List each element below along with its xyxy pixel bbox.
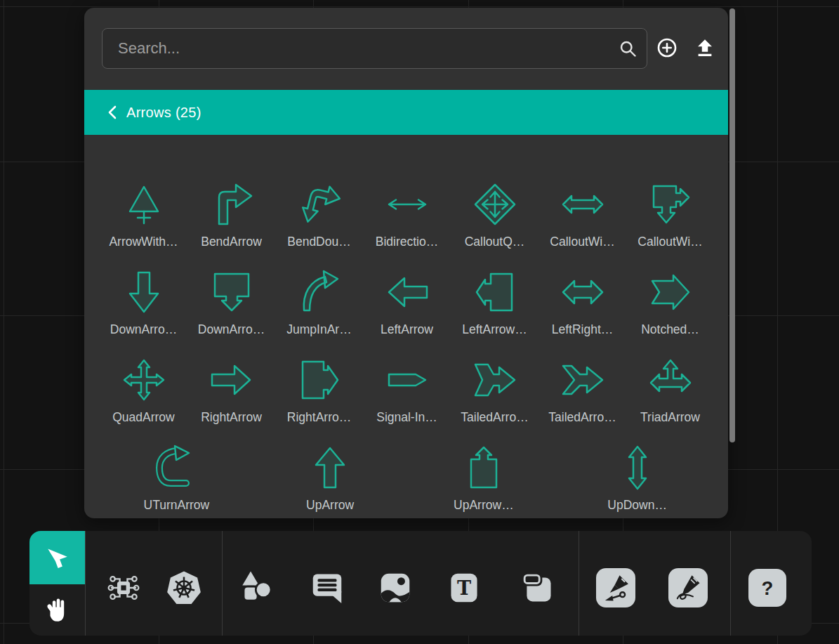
chevron-left-icon — [107, 105, 118, 120]
help-button[interactable]: ? — [748, 569, 786, 607]
shape-library-panel: Arrows (25) ArrowWith… BendArrow BendDou… — [84, 8, 728, 518]
shape-item-left-arrow[interactable]: LeftArrow — [363, 257, 451, 345]
shapes-tool-button[interactable] — [237, 567, 278, 608]
shape-item-right-callout[interactable]: RightArro… — [275, 345, 363, 433]
right-arrow-callout-icon — [297, 357, 342, 402]
pencil-scribble-icon — [673, 572, 703, 603]
svg-text:T: T — [457, 577, 471, 599]
toolbar: T ? — [29, 531, 812, 636]
sketch-pencil-tool-button[interactable] — [668, 568, 708, 607]
up-arrow-icon — [308, 445, 352, 490]
network-nodes-icon — [103, 567, 144, 608]
shape-item-down-arrow[interactable]: DownArro… — [100, 257, 187, 345]
shape-item-right-arrow[interactable]: RightArrow — [187, 345, 275, 433]
notched-right-arrow-icon — [648, 270, 693, 315]
shape-item-left-callout[interactable]: LeftArrow… — [451, 257, 539, 345]
shape-item-jump-in[interactable]: JumpInAr… — [275, 257, 363, 345]
shape-item-tailed-arrow[interactable]: TailedArro… — [451, 345, 539, 433]
shape-item-up-arrow[interactable]: UpArrow — [253, 433, 407, 518]
toolbar-divider — [579, 531, 579, 636]
tailed-arrow-chevron-icon — [560, 357, 605, 402]
down-arrow-icon — [121, 270, 166, 315]
bend-arrow-icon — [209, 182, 254, 227]
shape-item-tailed-chevron[interactable]: TailedArro… — [539, 345, 626, 433]
callout-down-arrow-icon — [648, 182, 693, 227]
text-tool-button[interactable]: T — [445, 569, 483, 607]
shape-item-notched[interactable]: Notched… — [626, 257, 714, 345]
shape-item-down-callout[interactable]: DownArro… — [187, 257, 275, 345]
select-tool-button[interactable] — [29, 531, 85, 584]
shape-item-updown[interactable]: UpDown… — [560, 433, 714, 518]
network-tool-button[interactable] — [103, 567, 144, 608]
category-header[interactable]: Arrows (25) — [84, 90, 728, 135]
bidirectional-arrow-icon — [385, 182, 430, 227]
shape-item-bend-arrow[interactable]: BendArrow — [187, 169, 275, 257]
callout-left-right-arrow-icon — [560, 182, 605, 227]
shape-grid-last-row: UTurnArrow UpArrow UpArrow… UpDown… — [100, 433, 714, 518]
toolbar-divider — [222, 531, 223, 636]
up-arrow-callout-icon — [461, 445, 506, 490]
comment-tool-button[interactable] — [308, 569, 346, 607]
note-tool-button[interactable] — [519, 570, 555, 606]
left-right-arrow-icon — [560, 270, 605, 315]
shape-item-leftright[interactable]: LeftRight… — [539, 257, 626, 345]
uturn-arrow-icon — [154, 445, 199, 490]
shape-item-callout-quad[interactable]: CalloutQ… — [451, 169, 539, 257]
shape-item-uturn[interactable]: UTurnArrow — [100, 433, 253, 518]
hand-icon — [43, 596, 72, 625]
tailed-arrow-icon — [473, 357, 517, 402]
shape-item-quad-arrow[interactable]: QuadArrow — [100, 345, 187, 433]
right-arrow-icon — [209, 357, 254, 402]
svg-text:?: ? — [762, 577, 774, 599]
shape-item-bidirectional[interactable]: Bidirectio… — [363, 169, 451, 257]
image-tool-button[interactable] — [376, 569, 414, 607]
arrow-with-stem-icon — [121, 182, 166, 227]
shapes-icon — [237, 567, 278, 608]
shape-item-callout-down[interactable]: CalloutWi… — [626, 169, 714, 257]
image-icon — [376, 569, 414, 607]
shape-item-callout-leftright[interactable]: CalloutWi… — [539, 169, 626, 257]
search-input[interactable] — [102, 28, 647, 69]
shape-item-bend-double[interactable]: BendDou… — [275, 169, 363, 257]
search-field — [102, 28, 647, 69]
signal-in-icon — [385, 357, 430, 402]
upload-icon[interactable] — [694, 37, 715, 58]
add-circle-icon[interactable] — [656, 37, 678, 58]
note-icon — [519, 570, 555, 606]
left-arrow-icon — [385, 270, 430, 315]
kubernetes-tool-button[interactable] — [164, 567, 204, 608]
down-arrow-callout-icon — [209, 270, 254, 315]
comment-icon — [308, 569, 346, 607]
up-down-arrow-icon — [615, 445, 660, 490]
shape-item-up-callout[interactable]: UpArrow… — [407, 433, 561, 518]
connector-pen-tool-button[interactable] — [596, 568, 635, 607]
shape-item-signal-in[interactable]: Signal-In… — [363, 345, 451, 433]
bend-double-arrow-icon — [297, 182, 342, 227]
search-icon — [618, 39, 637, 58]
pan-tool-button[interactable] — [29, 584, 85, 636]
toolbar-divider — [85, 531, 86, 636]
toolbar-divider — [730, 531, 731, 636]
category-title: Arrows (25) — [126, 105, 202, 121]
shape-item-arrow-with[interactable]: ArrowWith… — [100, 169, 187, 257]
quad-arrow-icon — [121, 357, 166, 402]
shape-item-triad[interactable]: TriadArrow — [626, 345, 714, 433]
left-arrow-callout-icon — [473, 270, 517, 315]
question-mark-icon: ? — [752, 572, 783, 603]
cursor-icon — [44, 544, 72, 572]
callout-quad-arrow-icon — [473, 182, 517, 227]
shape-grid: ArrowWith… BendArrow BendDou… Bidirectio… — [100, 169, 714, 433]
text-icon: T — [445, 569, 483, 607]
triad-arrow-icon — [648, 357, 693, 402]
pen-connector-icon — [600, 572, 631, 603]
jump-in-arrow-icon — [297, 270, 342, 315]
panel-scrollbar-thumb[interactable] — [729, 8, 735, 442]
kubernetes-helm-icon — [164, 567, 204, 608]
